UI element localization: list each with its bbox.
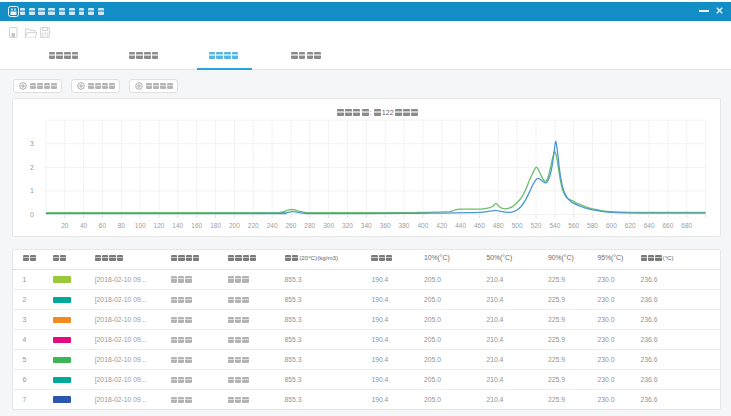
svg-text:300: 300 [323, 222, 334, 229]
svg-text:140: 140 [172, 222, 183, 229]
svg-text:580: 580 [587, 222, 598, 229]
svg-text:460: 460 [474, 222, 485, 229]
svg-text:3: 3 [30, 140, 34, 147]
svg-text:540: 540 [549, 222, 560, 229]
svg-text:400: 400 [417, 222, 428, 229]
svg-text:340: 340 [361, 222, 372, 229]
svg-text:160: 160 [191, 222, 202, 229]
svg-text:520: 520 [531, 222, 542, 229]
svg-text:620: 620 [625, 222, 636, 229]
svg-text:120: 120 [154, 222, 165, 229]
svg-text:1: 1 [30, 187, 34, 194]
svg-text:180: 180 [210, 222, 221, 229]
svg-text:60: 60 [99, 222, 107, 229]
svg-text:660: 660 [662, 222, 673, 229]
svg-text:440: 440 [455, 222, 466, 229]
svg-text:20: 20 [61, 222, 69, 229]
svg-text:0: 0 [30, 211, 34, 218]
svg-text:280: 280 [304, 222, 315, 229]
svg-text:240: 240 [267, 222, 278, 229]
svg-text:500: 500 [512, 222, 523, 229]
svg-text:100: 100 [135, 222, 146, 229]
svg-text:420: 420 [436, 222, 447, 229]
svg-text:600: 600 [606, 222, 617, 229]
svg-text:380: 380 [399, 222, 410, 229]
svg-text:360: 360 [380, 222, 391, 229]
svg-text:40: 40 [80, 222, 88, 229]
svg-text:2: 2 [30, 164, 34, 171]
svg-text:320: 320 [342, 222, 353, 229]
svg-text:260: 260 [285, 222, 296, 229]
svg-text:680: 680 [681, 222, 692, 229]
svg-text:560: 560 [568, 222, 579, 229]
svg-text:480: 480 [493, 222, 504, 229]
svg-text:200: 200 [229, 222, 240, 229]
svg-text:80: 80 [118, 222, 126, 229]
svg-text:640: 640 [644, 222, 655, 229]
svg-text:220: 220 [248, 222, 259, 229]
